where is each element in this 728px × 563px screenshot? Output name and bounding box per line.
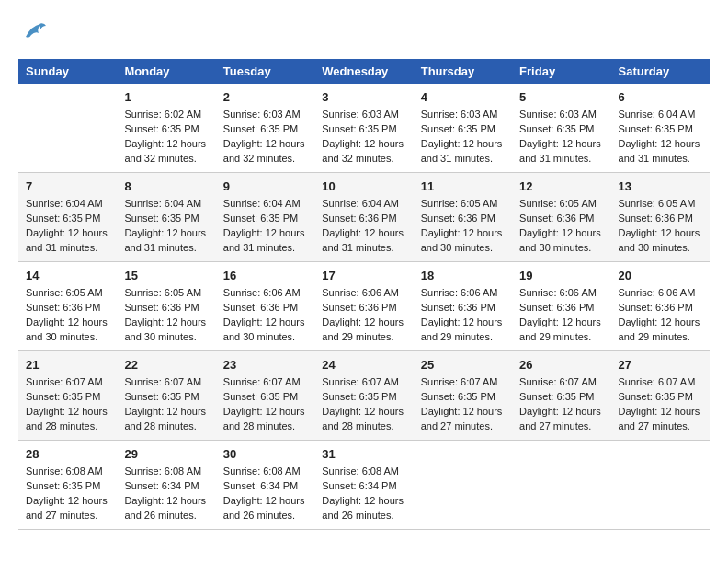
- calendar-cell: 1Sunrise: 6:02 AMSunset: 6:35 PMDaylight…: [117, 84, 215, 172]
- calendar-cell: 6Sunrise: 6:04 AMSunset: 6:35 PMDaylight…: [611, 84, 710, 172]
- daylight-text: Daylight: 12 hours and 29 minutes.: [519, 316, 603, 345]
- daylight-text: Daylight: 12 hours and 27 minutes.: [619, 405, 702, 434]
- daylight-text: Daylight: 12 hours and 28 minutes.: [322, 405, 405, 434]
- sunset-text: Sunset: 6:36 PM: [619, 212, 702, 226]
- day-number: 15: [124, 268, 208, 284]
- calendar-cell: 9Sunrise: 6:04 AMSunset: 6:35 PMDaylight…: [216, 172, 314, 261]
- calendar-cell: 16Sunrise: 6:06 AMSunset: 6:36 PMDayligh…: [216, 261, 314, 350]
- daylight-text: Daylight: 12 hours and 32 minutes.: [124, 137, 208, 167]
- calendar-cell: 22Sunrise: 6:07 AMSunset: 6:35 PMDayligh…: [117, 350, 215, 440]
- day-number: 29: [124, 446, 208, 463]
- calendar-cell: [18, 84, 117, 172]
- calendar-cell: 21Sunrise: 6:07 AMSunset: 6:35 PMDayligh…: [18, 350, 117, 440]
- sunset-text: Sunset: 6:34 PM: [223, 479, 307, 494]
- day-number: 20: [619, 268, 702, 284]
- calendar-cell: 3Sunrise: 6:03 AMSunset: 6:35 PMDaylight…: [314, 84, 413, 172]
- weekday-header-thursday: Thursday: [414, 59, 512, 84]
- logo-bird-icon: [22, 18, 48, 50]
- sunset-text: Sunset: 6:35 PM: [124, 212, 208, 226]
- sunrise-text: Sunrise: 6:03 AM: [322, 108, 405, 122]
- daylight-text: Daylight: 12 hours and 29 minutes.: [421, 316, 505, 345]
- calendar-cell: 20Sunrise: 6:06 AMSunset: 6:36 PMDayligh…: [611, 261, 710, 350]
- logo: [18, 18, 48, 50]
- week-row-4: 21Sunrise: 6:07 AMSunset: 6:35 PMDayligh…: [18, 350, 710, 440]
- day-number: 18: [421, 268, 505, 284]
- sunrise-text: Sunrise: 6:02 AM: [124, 108, 208, 122]
- sunset-text: Sunset: 6:35 PM: [26, 479, 109, 494]
- sunrise-text: Sunrise: 6:06 AM: [223, 286, 307, 301]
- day-number: 1: [124, 89, 208, 106]
- day-number: 11: [421, 178, 505, 195]
- sunrise-text: Sunrise: 6:07 AM: [223, 375, 307, 390]
- day-number: 16: [223, 268, 307, 284]
- calendar-cell: 15Sunrise: 6:05 AMSunset: 6:36 PMDayligh…: [117, 261, 215, 350]
- sunrise-text: Sunrise: 6:05 AM: [421, 197, 505, 212]
- sunrise-text: Sunrise: 6:04 AM: [322, 197, 405, 212]
- sunset-text: Sunset: 6:36 PM: [223, 301, 307, 316]
- day-number: 21: [26, 357, 109, 373]
- daylight-text: Daylight: 12 hours and 30 minutes.: [26, 316, 109, 345]
- sunset-text: Sunset: 6:35 PM: [322, 122, 405, 137]
- calendar-cell: 10Sunrise: 6:04 AMSunset: 6:36 PMDayligh…: [314, 172, 413, 261]
- weekday-header-saturday: Saturday: [611, 59, 710, 84]
- calendar-cell: 23Sunrise: 6:07 AMSunset: 6:35 PMDayligh…: [216, 350, 314, 440]
- sunset-text: Sunset: 6:36 PM: [26, 301, 109, 316]
- day-number: 23: [223, 357, 307, 373]
- daylight-text: Daylight: 12 hours and 32 minutes.: [223, 137, 307, 167]
- sunrise-text: Sunrise: 6:08 AM: [223, 465, 307, 479]
- day-number: 7: [26, 178, 109, 195]
- week-row-5: 28Sunrise: 6:08 AMSunset: 6:35 PMDayligh…: [18, 440, 710, 529]
- calendar-cell: 19Sunrise: 6:06 AMSunset: 6:36 PMDayligh…: [512, 261, 610, 350]
- daylight-text: Daylight: 12 hours and 29 minutes.: [322, 316, 405, 345]
- calendar-cell: [611, 440, 710, 529]
- sunrise-text: Sunrise: 6:07 AM: [519, 375, 603, 390]
- sunrise-text: Sunrise: 6:05 AM: [519, 197, 603, 212]
- sunrise-text: Sunrise: 6:08 AM: [124, 465, 208, 479]
- week-row-3: 14Sunrise: 6:05 AMSunset: 6:36 PMDayligh…: [18, 261, 710, 350]
- daylight-text: Daylight: 12 hours and 31 minutes.: [519, 137, 603, 167]
- sunset-text: Sunset: 6:35 PM: [223, 212, 307, 226]
- daylight-text: Daylight: 12 hours and 27 minutes.: [421, 405, 505, 434]
- sunrise-text: Sunrise: 6:08 AM: [26, 465, 109, 479]
- calendar-cell: 14Sunrise: 6:05 AMSunset: 6:36 PMDayligh…: [18, 261, 117, 350]
- sunrise-text: Sunrise: 6:05 AM: [124, 286, 208, 301]
- daylight-text: Daylight: 12 hours and 31 minutes.: [223, 226, 307, 256]
- page-header: [18, 18, 710, 50]
- sunrise-text: Sunrise: 6:04 AM: [223, 197, 307, 212]
- day-number: 28: [26, 446, 109, 463]
- day-number: 6: [619, 89, 702, 106]
- sunrise-text: Sunrise: 6:03 AM: [519, 108, 603, 122]
- weekday-header-sunday: Sunday: [18, 59, 117, 84]
- sunrise-text: Sunrise: 6:04 AM: [619, 108, 702, 122]
- week-row-2: 7Sunrise: 6:04 AMSunset: 6:35 PMDaylight…: [18, 172, 710, 261]
- day-number: 26: [519, 357, 603, 373]
- weekday-header-monday: Monday: [117, 59, 215, 84]
- weekday-header-friday: Friday: [512, 59, 610, 84]
- day-number: 9: [223, 178, 307, 195]
- day-number: 3: [322, 89, 405, 106]
- sunrise-text: Sunrise: 6:06 AM: [421, 286, 505, 301]
- day-number: 5: [519, 89, 603, 106]
- sunset-text: Sunset: 6:35 PM: [223, 390, 307, 405]
- day-number: 12: [519, 178, 603, 195]
- daylight-text: Daylight: 12 hours and 30 minutes.: [124, 316, 208, 345]
- day-number: 4: [421, 89, 505, 106]
- daylight-text: Daylight: 12 hours and 26 minutes.: [322, 494, 405, 523]
- calendar-cell: [512, 440, 610, 529]
- daylight-text: Daylight: 12 hours and 31 minutes.: [322, 226, 405, 256]
- sunset-text: Sunset: 6:36 PM: [619, 301, 702, 316]
- sunset-text: Sunset: 6:35 PM: [619, 390, 702, 405]
- daylight-text: Daylight: 12 hours and 31 minutes.: [124, 226, 208, 256]
- calendar-cell: 25Sunrise: 6:07 AMSunset: 6:35 PMDayligh…: [414, 350, 512, 440]
- sunset-text: Sunset: 6:36 PM: [421, 301, 505, 316]
- daylight-text: Daylight: 12 hours and 26 minutes.: [223, 494, 307, 523]
- daylight-text: Daylight: 12 hours and 32 minutes.: [322, 137, 405, 167]
- sunset-text: Sunset: 6:35 PM: [26, 390, 109, 405]
- day-number: 31: [322, 446, 405, 463]
- calendar-cell: 28Sunrise: 6:08 AMSunset: 6:35 PMDayligh…: [18, 440, 117, 529]
- sunrise-text: Sunrise: 6:04 AM: [124, 197, 208, 212]
- sunrise-text: Sunrise: 6:03 AM: [223, 108, 307, 122]
- day-number: 30: [223, 446, 307, 463]
- daylight-text: Daylight: 12 hours and 29 minutes.: [619, 316, 702, 345]
- daylight-text: Daylight: 12 hours and 26 minutes.: [124, 494, 208, 523]
